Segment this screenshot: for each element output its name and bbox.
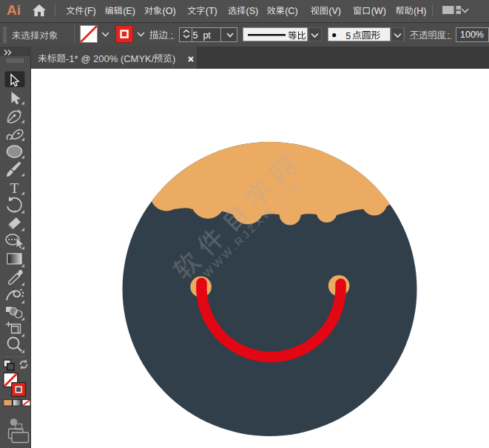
svg-text:(F): (F) xyxy=(84,6,96,16)
svg-text:): ) xyxy=(172,53,175,64)
svg-text::: : xyxy=(448,30,450,41)
svg-text:(V): (V) xyxy=(328,6,341,16)
svg-text:(H): (H) xyxy=(414,6,426,16)
svg-text:-1* @ 200% (CMYK/: -1* @ 200% (CMYK/ xyxy=(66,53,155,64)
svg-text:(W): (W) xyxy=(371,6,386,16)
svg-text:(S): (S) xyxy=(246,6,259,16)
svg-text:(E): (E) xyxy=(123,6,135,16)
svg-text::: : xyxy=(171,30,173,41)
svg-text:(T): (T) xyxy=(206,6,217,16)
svg-text:(C): (C) xyxy=(285,6,297,16)
svg-text:(O): (O) xyxy=(163,6,176,16)
